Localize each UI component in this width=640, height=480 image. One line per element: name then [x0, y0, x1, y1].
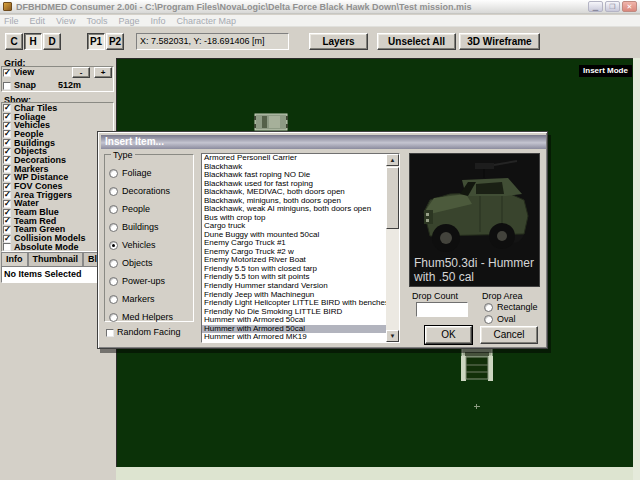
insert-item-option[interactable]: Friendly Jeep with Machinegun	[202, 291, 386, 300]
minimize-button[interactable]: ▁	[588, 1, 603, 12]
radio-icon	[484, 315, 493, 324]
hummer-preview-image	[410, 154, 540, 258]
insert-item-option[interactable]: Blackhawk fast roping NO Die	[202, 171, 386, 180]
insert-item-option[interactable]: Bus with crop top	[202, 214, 386, 223]
cursor-coordinates: X: 7.582031, Y: -18.691406 [m]	[136, 33, 289, 50]
type-option-buildings[interactable]: Buildings	[109, 222, 159, 232]
menu-item-character-map[interactable]: Character Map	[176, 16, 236, 26]
3d-wireframe-button[interactable]: 3D Wireframe	[459, 33, 540, 50]
radio-icon	[109, 187, 118, 196]
type-option-label: People	[122, 204, 150, 214]
scroll-up-arrow[interactable]: ▲	[386, 154, 399, 166]
drop-area-rectangle-option[interactable]: Rectangle	[484, 302, 538, 312]
insert-item-option[interactable]: Enemy Cargo Truck #1	[202, 239, 386, 248]
type-option-decorations[interactable]: Decorations	[109, 186, 170, 196]
insert-item-dialog: Insert Item... Type Random Facing Armore…	[97, 131, 548, 349]
grid-zoom-out-button[interactable]: -	[72, 67, 90, 78]
insert-item-option[interactable]: Enemy Motorized River Boat	[202, 256, 386, 265]
toolbar: X: 7.582031, Y: -18.691406 [m] Layers Un…	[0, 27, 640, 58]
map-right-border	[633, 58, 640, 480]
checkbox-icon	[3, 235, 11, 243]
window-controls: ▁ ❐ ✕	[588, 1, 637, 12]
map-point-marker[interactable]	[474, 395, 480, 400]
insert-item-option[interactable]: Hummer with Armored 50cal	[202, 316, 386, 325]
mode-button-d[interactable]: D	[43, 33, 61, 50]
type-group-label: Type	[111, 150, 135, 160]
type-option-label: Decorations	[122, 186, 170, 196]
menu-item-view[interactable]: View	[56, 16, 75, 26]
mode-button-h[interactable]: H	[24, 33, 42, 50]
insert-item-option[interactable]: Blackhawk, weak AI miniguns, both doors …	[202, 205, 386, 214]
insert-item-option[interactable]: Friendly No Die Smoking LITTLE BIRD	[202, 308, 386, 317]
type-option-vehicles[interactable]: Vehicles	[109, 240, 156, 250]
scrollbar-thumb[interactable]	[386, 167, 399, 229]
insert-item-option[interactable]: Friendly Hummer standard Version	[202, 282, 386, 291]
insert-item-option[interactable]: Armored Personell Carrier	[202, 154, 386, 163]
menu-item-tools[interactable]: Tools	[86, 16, 107, 26]
menu-item-file[interactable]: File	[4, 16, 19, 26]
menu-item-edit[interactable]: Edit	[30, 16, 46, 26]
close-button[interactable]: ✕	[622, 1, 637, 12]
tab-thumbnail[interactable]: Thumbnail	[28, 252, 84, 266]
type-option-markers[interactable]: Markers	[109, 294, 155, 304]
type-option-label: Foliage	[122, 168, 152, 178]
insert-item-option[interactable]: Dune Buggy with mounted 50cal	[202, 231, 386, 240]
random-facing-label: Random Facing	[117, 328, 181, 337]
random-facing-toggle[interactable]: Random Facing	[106, 328, 181, 337]
snap-label: Snap	[14, 81, 36, 90]
menubar: FileEditViewToolsPageInfoCharacter Map	[0, 15, 640, 27]
menu-item-page[interactable]: Page	[118, 16, 139, 26]
page-button-p2[interactable]: P2	[106, 33, 124, 50]
insert-item-option[interactable]: Blackhawk, miniguns, both doors open	[202, 197, 386, 206]
insert-item-option[interactable]: Hummer with Armored MK19	[202, 333, 386, 342]
drop-count-input[interactable]	[416, 302, 468, 317]
drop-count-label: Drop Count	[412, 291, 458, 301]
insert-item-option[interactable]: Friendly Light Helicopter LITTLE BIRD wi…	[202, 299, 386, 308]
view-grid-label: View	[14, 68, 34, 77]
restore-button[interactable]: ❐	[605, 1, 620, 12]
list-scrollbar[interactable]: ▲ ▼	[386, 154, 399, 342]
menu-item-info[interactable]: Info	[150, 16, 165, 26]
checkbox-icon	[3, 69, 11, 77]
radio-icon	[109, 313, 118, 322]
type-option-power-ups[interactable]: Power-ups	[109, 276, 165, 286]
insert-item-option[interactable]: Blackhawk, MEDIVAC, both doors open	[202, 188, 386, 197]
app-icon	[3, 2, 12, 11]
drop-area-oval-option[interactable]: Oval	[484, 314, 516, 324]
type-option-label: Vehicles	[122, 240, 156, 250]
insert-item-option[interactable]: Blackhawk	[202, 163, 386, 172]
show-item-label: Absolute Mode	[14, 243, 79, 252]
ok-button[interactable]: OK	[425, 326, 472, 344]
insert-item-option[interactable]: Hummer with Armored 50cal	[202, 325, 386, 334]
checkbox-icon	[3, 243, 11, 251]
cancel-button[interactable]: Cancel	[480, 326, 538, 344]
type-option-med-helpers[interactable]: Med Helpers	[109, 312, 173, 322]
type-option-objects[interactable]: Objects	[109, 258, 153, 268]
type-option-label: Objects	[122, 258, 153, 268]
insert-item-option[interactable]: Cargo truck	[202, 222, 386, 231]
page-button-p1[interactable]: P1	[87, 33, 105, 50]
dialog-titlebar[interactable]: Insert Item...	[101, 135, 546, 149]
insert-item-option[interactable]: Blackhawk used for fast roping	[202, 180, 386, 189]
type-option-foliage[interactable]: Foliage	[109, 168, 152, 178]
radio-icon	[109, 241, 118, 250]
tab-info[interactable]: Info	[1, 252, 28, 266]
grid-zoom-in-button[interactable]: +	[94, 67, 112, 78]
scroll-down-arrow[interactable]: ▼	[386, 330, 399, 342]
unselect-all-button[interactable]: Unselect All	[377, 33, 456, 50]
radio-icon	[109, 259, 118, 268]
radio-icon	[109, 169, 118, 178]
snap-toggle[interactable]: Snap	[3, 80, 36, 91]
view-grid-toggle[interactable]: View	[3, 67, 34, 78]
layers-button[interactable]: Layers	[309, 33, 368, 50]
rectangle-label: Rectangle	[497, 302, 538, 312]
mode-button-c[interactable]: C	[5, 33, 23, 50]
placed-truck-sprite[interactable]	[456, 345, 498, 385]
drop-area-label: Drop Area	[482, 291, 523, 301]
insert-item-option[interactable]: Friendly 5.5 ton with closed tarp	[202, 265, 386, 274]
insert-item-option[interactable]: Enemy Cargo Truck #2 w	[202, 248, 386, 257]
preview-caption: Fhum50.3di - Hummer with .50 cal	[414, 257, 538, 284]
type-option-people[interactable]: People	[109, 204, 150, 214]
insert-item-option[interactable]: Friendly 5.5 ton with sit points	[202, 273, 386, 282]
radio-icon	[109, 205, 118, 214]
